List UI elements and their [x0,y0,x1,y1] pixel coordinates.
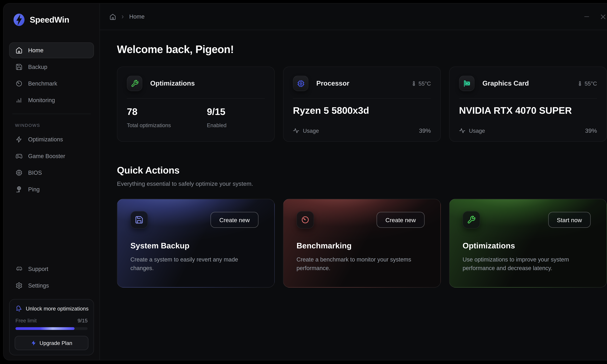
sidebar-item-support[interactable]: Support [9,261,94,277]
zap-filled-icon [31,340,36,346]
breadcrumb: Home [109,13,145,20]
action-card-optimizations[interactable]: Start now Optimizations Use optimization… [449,199,607,287]
card-divider [293,98,431,99]
sidebar-section-label: WINDOWS [15,123,94,128]
action-card-description: Create a system to easily revert any mad… [130,256,258,273]
sidebar-item-bios[interactable]: BIOS [9,165,94,181]
action-card-description: Create a benchmark to monitor your syste… [296,256,424,273]
action-card-benchmarking[interactable]: Create new Benchmarking Create a benchma… [283,199,441,287]
stat-card-title: Processor [316,79,349,87]
sidebar-item-home[interactable]: Home [9,42,94,58]
free-limit-progressbar [15,327,88,330]
stat-card-title: Graphics Card [482,79,529,87]
breadcrumb-current[interactable]: Home [129,13,145,20]
main-area: Home Welcome back, Pigeon! [100,3,607,360]
close-icon[interactable] [600,13,607,20]
gear-icon [15,282,23,289]
free-limit-value: 9/15 [78,318,88,324]
wrench-icon [131,79,139,87]
unlock-title: Unlock more optimizations [26,306,89,312]
cpu-usage-label: Usage [303,127,319,134]
page-title: Welcome back, Pigeon! [117,44,607,56]
floppy-icon-tile [130,211,148,229]
brand-name: SpeedWin [30,15,69,25]
wrench-icon [467,216,476,224]
gauge-icon-tile [296,211,314,229]
main-content: Welcome back, Pigeon! Optimizations [100,30,607,360]
total-optimizations-value: 78 [127,106,207,117]
speedwin-logo-icon [12,13,26,26]
sidebar-item-benchmark[interactable]: Benchmark [9,76,94,91]
cpu-temp-value: 55°C [419,80,431,87]
action-card-title: Benchmarking [296,241,352,250]
action-card-title: Optimizations [463,241,515,250]
activity-icon [293,127,299,134]
bar-chart-icon [15,97,23,104]
sidebar-item-label: BIOS [28,169,42,176]
floppy-icon [135,216,144,224]
cpu-usage-value: 39% [419,127,431,134]
sidebar-item-label: Game Booster [28,153,65,159]
sidebar-divider [12,114,91,114]
unlock-card: Unlock more optimizations Free limit 9/1… [9,299,94,355]
enabled-label: Enabled [207,122,265,128]
stat-cards-row: Optimizations 78 Total optimizations 9/1… [117,66,607,142]
free-limit-label: Free limit [15,318,37,324]
cpu-icon-tile [293,76,308,91]
sidebar-item-backup[interactable]: Backup [9,59,94,75]
topbar: Home [100,3,607,30]
breadcrumb-home-icon[interactable] [109,13,116,20]
cpu-chip-icon [15,169,23,176]
brand: SpeedWin [9,13,94,26]
create-backup-button[interactable]: Create new [211,212,258,228]
activity-icon [459,127,465,134]
gauge-icon [301,216,310,224]
sidebar-item-settings[interactable]: Settings [9,278,94,294]
start-optimizations-button[interactable]: Start now [548,212,591,228]
quick-actions-subtitle: Everything essential to safely optimize … [117,180,607,187]
upgrade-plan-label: Upgrade Plan [40,340,72,346]
upgrade-plan-button[interactable]: Upgrade Plan [15,336,88,350]
stat-card-optimizations: Optimizations 78 Total optimizations 9/1… [117,66,275,142]
minimize-icon[interactable] [584,13,590,20]
sidebar-item-label: Benchmark [28,80,57,87]
gpu-temp-value: 55°C [584,80,597,87]
sidebar-item-optimizations[interactable]: Optimizations [9,131,94,147]
sidebar-item-game-booster[interactable]: Game Booster [9,148,94,164]
card-divider [127,98,265,99]
action-card-system-backup[interactable]: Create new System Backup Create a system… [117,199,275,287]
bell-icon [15,305,23,312]
sidebar-item-ping[interactable]: Ping [9,182,94,197]
create-benchmark-button[interactable]: Create new [377,212,424,228]
free-limit-progress-fill [15,327,75,330]
card-divider [459,98,597,99]
sidebar-item-label: Support [28,266,48,272]
cpu-usage-row: Usage 39% [293,127,431,134]
sidebar-nav-windows: Optimizations Game Booster BIOS [9,131,94,197]
cpu-name: Ryzen 5 5800x3d [293,105,369,116]
discord-icon [15,265,23,273]
gpu-name: NVIDIA RTX 4070 SUPER [459,105,572,116]
app-stage: SpeedWin Home Backup [0,0,607,364]
wrench-icon-tile [127,76,142,91]
gpu-usage-label: Usage [469,127,485,134]
gauge-icon [15,80,23,87]
action-card-title: System Backup [130,241,189,250]
sidebar-item-monitoring[interactable]: Monitoring [9,92,94,108]
sidebar-item-label: Ping [28,186,40,193]
sidebar-item-label: Home [28,47,43,53]
zap-icon [15,136,23,143]
quick-action-cards-row: Create new System Backup Create a system… [117,199,607,287]
app-window: SpeedWin Home Backup [3,3,607,361]
chevron-right-icon [120,14,125,19]
sidebar: SpeedWin Home Backup [3,3,100,360]
cpu-temperature: 55°C [411,80,431,87]
cpu-icon [297,79,304,87]
thermometer-icon [577,80,583,86]
gpu-usage-row: Usage 39% [459,127,597,134]
globe-ping-icon [15,186,23,193]
sidebar-item-label: Monitoring [28,97,55,103]
sidebar-nav-main: Home Backup Benchmark [9,42,94,108]
window-controls [584,13,607,20]
wrench-icon-tile [463,211,480,229]
